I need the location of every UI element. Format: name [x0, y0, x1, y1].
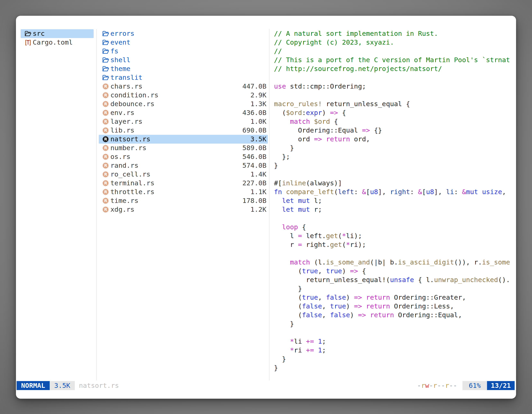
- code-line: fn compare_left(left: &[u8], right: &[u8…: [274, 188, 515, 196]
- item-size: 1.3K: [250, 100, 266, 108]
- dir-item-fs[interactable]: fs: [99, 47, 268, 56]
- code-line: ($ord:expr) => {: [274, 108, 515, 117]
- parent-directory-pane: src[T]Cargo.toml: [21, 29, 94, 47]
- file-item-xdg.rs[interactable]: Rxdg.rs1.2K: [99, 205, 268, 214]
- status-bar: NORMAL 3.5K natsort.rs -rw-r--r-- 61% 13…: [16, 381, 516, 390]
- code-line: Ordering::Equal => {}: [274, 126, 515, 135]
- item-name: natsort.rs: [110, 135, 151, 144]
- cursor-position-chip: 13/21: [487, 381, 515, 390]
- code-line: macro_rules! return_unless_equal {: [274, 100, 515, 108]
- code-line: }: [274, 144, 515, 152]
- dir-item-errors[interactable]: errors: [99, 29, 268, 38]
- folder-open-icon: [102, 29, 110, 38]
- code-line: //: [274, 47, 515, 56]
- file-item-time.rs[interactable]: Rtime.rs178.0B: [99, 196, 268, 205]
- file-item-debounce.rs[interactable]: Rdebounce.rs1.3K: [99, 100, 268, 108]
- file-item-chars.rs[interactable]: Rchars.rs447.0B: [99, 82, 268, 91]
- file-item-rand.rs[interactable]: Rrand.rs574.0B: [99, 161, 268, 170]
- code-line: return_unless_equal!(unsafe { l.unwrap_u…: [274, 276, 515, 284]
- svg-text:R: R: [104, 102, 107, 106]
- code-line: r = right.get(*ri);: [274, 240, 515, 249]
- rust-file-icon: R: [102, 188, 110, 196]
- dir-item-translit[interactable]: translit: [99, 73, 268, 82]
- code-line: [274, 249, 515, 258]
- file-item-terminal.rs[interactable]: Rterminal.rs227.0B: [99, 179, 268, 188]
- folder-open-icon: [102, 38, 110, 47]
- file-item-condition.rs[interactable]: Rcondition.rs2.9K: [99, 91, 268, 100]
- file-item-number.rs[interactable]: Rnumber.rs589.0B: [99, 144, 268, 152]
- svg-text:R: R: [104, 84, 107, 89]
- item-name: lib.rs: [110, 126, 134, 135]
- toml-file-icon: [T]: [25, 38, 33, 47]
- code-line: [274, 328, 515, 337]
- folder-open-icon: [102, 73, 110, 82]
- code-line: match (l.is_some_and(|b| b.is_ascii_digi…: [274, 258, 515, 267]
- code-line: // Copyright (c) 2023, sxyazi.: [274, 38, 515, 47]
- code-line: match $ord {: [274, 117, 515, 126]
- code-line: (true, true) => {: [274, 267, 515, 276]
- dir-item-shell[interactable]: shell: [99, 56, 268, 64]
- rust-file-icon: R: [102, 196, 110, 205]
- svg-text:R: R: [104, 110, 107, 115]
- svg-text:R: R: [104, 128, 107, 133]
- item-name: time.rs: [110, 196, 138, 205]
- code-line: ord => return ord,: [274, 135, 515, 144]
- item-name: errors: [110, 29, 134, 38]
- svg-text:R: R: [104, 93, 107, 97]
- item-name: env.rs: [110, 108, 134, 117]
- item-name: number.rs: [110, 144, 146, 152]
- svg-text:R: R: [104, 146, 107, 150]
- rust-file-icon: R: [102, 126, 110, 135]
- svg-text:R: R: [104, 198, 107, 203]
- rust-file-icon: R: [102, 179, 110, 188]
- item-size: 574.0B: [242, 161, 266, 170]
- file-item-throttle.rs[interactable]: Rthrottle.rs1.1K: [99, 188, 268, 196]
- item-name: event: [110, 38, 131, 47]
- svg-text:R: R: [104, 190, 107, 194]
- svg-text:R: R: [104, 137, 107, 142]
- rust-file-icon: R: [102, 152, 110, 161]
- rust-file-icon: R: [102, 108, 110, 117]
- dir-item-src[interactable]: src: [21, 29, 94, 38]
- code-line: let mut r;: [274, 205, 515, 214]
- rust-file-icon: R: [102, 91, 110, 100]
- file-item-layer.rs[interactable]: Rlayer.rs1.0K: [99, 117, 268, 126]
- dir-item-theme[interactable]: theme: [99, 64, 268, 73]
- code-line: [274, 91, 515, 100]
- item-size: 690.0B: [242, 126, 266, 135]
- svg-text:R: R: [104, 119, 107, 124]
- item-name: debounce.rs: [110, 100, 154, 108]
- item-size: 589.0B: [242, 144, 266, 152]
- item-name: terminal.rs: [110, 179, 154, 188]
- svg-text:R: R: [104, 163, 107, 168]
- item-name: ro_cell.rs: [110, 170, 151, 179]
- code-line: [274, 170, 515, 179]
- code-line: [274, 214, 515, 223]
- item-size: 1.4K: [250, 170, 266, 179]
- file-preview-pane: // A natural sort implementation in Rust…: [274, 29, 515, 372]
- item-size: 546.0B: [242, 152, 266, 161]
- item-size: 227.0B: [242, 179, 266, 188]
- item-name: xdg.rs: [110, 205, 134, 214]
- rust-file-icon: R: [102, 161, 110, 170]
- item-name: shell: [110, 56, 131, 64]
- yazi-file-manager-window: src[T]Cargo.toml errorseventfsshelltheme…: [16, 16, 516, 399]
- status-filename: natsort.rs: [79, 381, 119, 390]
- item-name: chars.rs: [110, 82, 142, 91]
- file-item-env.rs[interactable]: Renv.rs436.0B: [99, 108, 268, 117]
- file-item-lib.rs[interactable]: Rlib.rs690.0B: [99, 126, 268, 135]
- code-line: // http://sourcefrog.net/projects/natsor…: [274, 64, 515, 73]
- rust-file-icon: R: [102, 170, 110, 179]
- dir-item-event[interactable]: event: [99, 38, 268, 47]
- pane-separator-right: [269, 29, 269, 380]
- file-item-natsort.rs[interactable]: Rnatsort.rs3.5K: [99, 135, 268, 144]
- rust-file-icon: R: [102, 117, 110, 126]
- file-item-Cargo.toml[interactable]: [T]Cargo.toml: [21, 38, 94, 47]
- code-line: // A natural sort implementation in Rust…: [274, 29, 515, 38]
- item-name: Cargo.toml: [33, 38, 73, 47]
- file-item-ro_cell.rs[interactable]: Rro_cell.rs1.4K: [99, 170, 268, 179]
- svg-text:R: R: [104, 154, 107, 159]
- folder-open-icon: [25, 29, 33, 38]
- svg-text:R: R: [104, 181, 107, 185]
- file-item-os.rs[interactable]: Ros.rs546.0B: [99, 152, 268, 161]
